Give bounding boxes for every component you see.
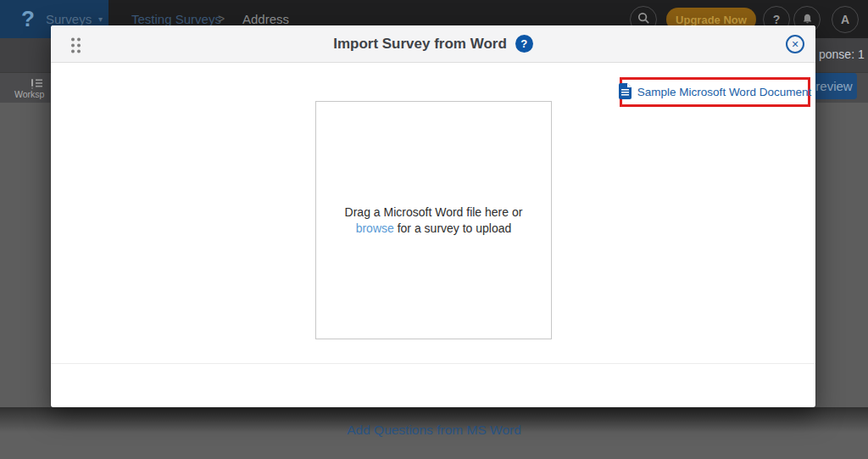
modal-header: Import Survey from Word ? ✕	[51, 25, 815, 63]
proprofs-logo-icon: ?	[17, 0, 39, 38]
preview-button[interactable]: review	[811, 73, 857, 99]
modal-title: Import Survey from Word	[333, 36, 507, 53]
file-dropzone[interactable]: Drag a Microsoft Word file here or brows…	[315, 101, 552, 339]
modal-footer: Cancel Import	[51, 363, 815, 407]
question-icon: ?	[773, 13, 781, 26]
workspace-button[interactable]: Worksp	[14, 89, 44, 99]
sample-word-document-link[interactable]: Sample Microsoft Word Document	[619, 83, 811, 102]
tabs-bar: Edit	[0, 38, 51, 72]
modal-help-icon[interactable]: ?	[515, 35, 533, 53]
bell-icon	[801, 13, 814, 27]
page-background-left	[0, 103, 51, 459]
dropzone-line2: for a survey to upload	[394, 221, 512, 235]
import-survey-modal: Import Survey from Word ? ✕ Sample Micro…	[51, 25, 815, 407]
close-icon[interactable]: ✕	[786, 35, 804, 53]
toolbar-left: Worksp	[0, 72, 51, 103]
word-document-icon	[619, 83, 632, 102]
avatar[interactable]: A	[832, 6, 859, 33]
dropzone-text: Drag a Microsoft Word file here or brows…	[345, 204, 523, 237]
panel-divider-right	[815, 103, 816, 459]
page-background-right	[815, 103, 868, 459]
dropzone-line1: Drag a Microsoft Word file here or	[345, 205, 523, 219]
annotation-sample-link-highlight: Sample Microsoft Word Document	[620, 77, 810, 107]
sample-link-label: Sample Microsoft Word Document	[637, 86, 811, 98]
screen: ? Surveys ▾ Testing Surveys > Address Up…	[0, 0, 868, 459]
response-count: ponse: 1	[819, 48, 865, 61]
browse-link[interactable]: browse	[356, 221, 394, 235]
add-questions-ms-word-link[interactable]: Add Questions from MS Word	[0, 423, 868, 438]
response-count-area: ponse: 1	[815, 38, 868, 72]
drag-handle-icon[interactable]	[70, 36, 81, 58]
